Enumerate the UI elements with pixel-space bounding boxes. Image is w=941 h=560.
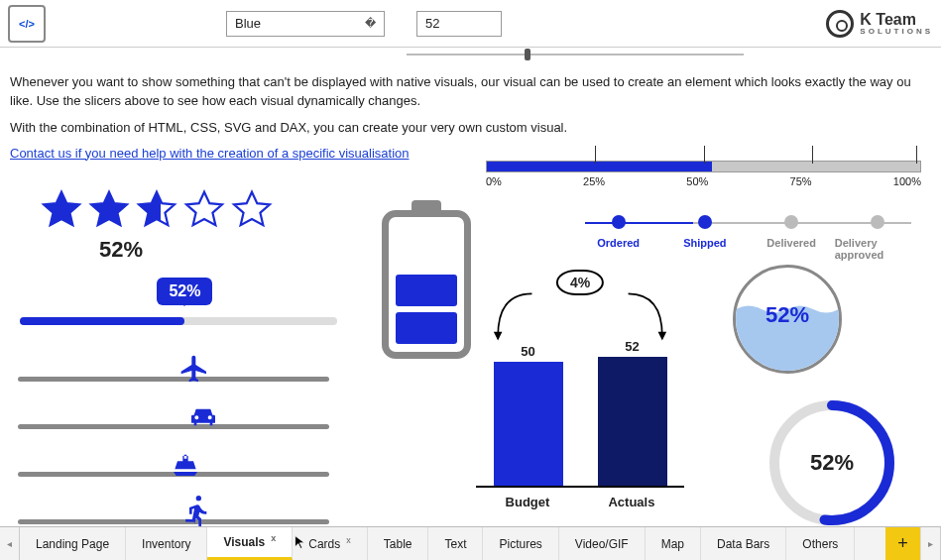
column-value: 52 bbox=[625, 339, 639, 354]
slider-car bbox=[10, 396, 337, 444]
slider-boat bbox=[10, 444, 337, 492]
slider-plane bbox=[10, 349, 337, 396]
intro-paragraph-1: Whenever you want to show something that… bbox=[10, 73, 931, 111]
value-input[interactable]: 52 bbox=[416, 11, 502, 37]
tab-label: Video/GIF bbox=[575, 537, 629, 551]
steps-visual: Ordered Shipped Delivered Delivery appro… bbox=[575, 215, 921, 261]
tick-label: 0% bbox=[486, 175, 502, 187]
column-chart-visual: 4% 50 52 BudgetActuals bbox=[476, 270, 684, 507]
star-icon bbox=[40, 188, 83, 235]
tab-label: Table bbox=[384, 537, 412, 551]
arc-progress-visual: 52% bbox=[763, 393, 901, 532]
tab-label: Inventory bbox=[142, 537, 190, 551]
water-fill-visual: 52% bbox=[733, 265, 842, 374]
logo-icon bbox=[826, 10, 854, 38]
logo-sub: SOLUTIONS bbox=[860, 28, 933, 36]
car-icon bbox=[184, 400, 222, 432]
sheet-tab[interactable]: Inventory bbox=[126, 527, 207, 560]
brand-logo: K Team SOLUTIONS bbox=[826, 10, 933, 38]
tick-label: 100% bbox=[893, 175, 921, 187]
arc-label: 52% bbox=[810, 450, 854, 476]
star-icon bbox=[182, 188, 226, 235]
chevron-down-icon: �︎ bbox=[365, 17, 376, 30]
step-node: Ordered bbox=[575, 215, 661, 261]
step-label: Shipped bbox=[683, 237, 726, 249]
sheet-tab[interactable]: Video/GIF bbox=[559, 527, 646, 560]
column-label: Budget bbox=[506, 495, 550, 509]
step-label: Ordered bbox=[597, 237, 640, 249]
icon-sliders-visual bbox=[10, 349, 337, 539]
star-rating-visual: 52% bbox=[40, 188, 274, 263]
star-pct-label: 52% bbox=[99, 237, 274, 263]
chart-column: 50 bbox=[494, 344, 563, 486]
step-dot-icon bbox=[784, 215, 798, 229]
star-icon bbox=[135, 188, 178, 235]
tick-label: 75% bbox=[790, 175, 812, 187]
step-dot-icon bbox=[612, 215, 626, 229]
app-icon bbox=[8, 5, 46, 43]
tab-label: Cards bbox=[308, 537, 340, 551]
step-label: Delivery approved bbox=[835, 237, 921, 261]
diff-bubble: 4% bbox=[556, 270, 604, 295]
run-icon bbox=[178, 496, 216, 527]
battery-visual bbox=[382, 200, 471, 359]
sheet-tab[interactable]: Data Bars bbox=[701, 527, 786, 560]
step-node: Shipped bbox=[661, 215, 748, 261]
value-slider[interactable] bbox=[407, 48, 744, 61]
sheet-tab-bar: ◂ Landing PageInventoryVisualsxCardsxTab… bbox=[0, 526, 941, 560]
tab-label: Pictures bbox=[499, 537, 541, 551]
add-tab-button[interactable]: + bbox=[885, 527, 921, 560]
tab-label: Landing Page bbox=[36, 537, 109, 551]
step-dot-icon bbox=[698, 215, 712, 229]
sheet-tab[interactable]: Text bbox=[428, 527, 483, 560]
column-value: 50 bbox=[521, 344, 534, 359]
bubble-progress-visual: 52% bbox=[20, 278, 337, 325]
mouse-cursor-icon bbox=[294, 534, 309, 550]
bubble-label: 52% bbox=[157, 278, 212, 305]
sheet-tab[interactable]: Pictures bbox=[483, 527, 558, 560]
percent-bar-visual: 0%25%50%75%100% bbox=[486, 161, 921, 187]
star-icon bbox=[230, 188, 274, 235]
logo-main: K Team bbox=[860, 12, 933, 28]
close-icon[interactable]: x bbox=[346, 535, 351, 545]
sheet-tab[interactable]: Visualsx bbox=[207, 527, 293, 560]
tab-label: Text bbox=[444, 537, 466, 551]
star-icon bbox=[87, 188, 131, 235]
color-dropdown[interactable]: Blue �︎ bbox=[226, 11, 385, 37]
sheet-tab[interactable]: Others bbox=[786, 527, 855, 560]
tick-label: 50% bbox=[686, 175, 708, 187]
water-label: 52% bbox=[733, 302, 842, 328]
close-icon[interactable]: x bbox=[271, 533, 276, 543]
contact-link[interactable]: Contact us if you need help with the cre… bbox=[10, 146, 410, 161]
dropdown-value: Blue bbox=[235, 16, 261, 31]
column-label: Actuals bbox=[608, 495, 654, 509]
tab-label: Map bbox=[661, 537, 684, 551]
sheet-tab[interactable]: Table bbox=[368, 527, 429, 560]
value-input-text: 52 bbox=[425, 16, 439, 31]
step-label: Delivered bbox=[766, 237, 816, 249]
step-dot-icon bbox=[871, 215, 884, 229]
tab-label: Visuals bbox=[223, 535, 265, 549]
tick-label: 25% bbox=[583, 175, 605, 187]
intro-paragraph-2: With the combination of HTML, CSS, SVG a… bbox=[10, 119, 931, 138]
tab-scroll-left[interactable]: ◂ bbox=[0, 527, 20, 560]
chart-column: 52 bbox=[598, 339, 667, 486]
tab-scroll-right[interactable]: ▸ bbox=[921, 527, 941, 560]
step-node: Delivered bbox=[749, 215, 835, 261]
sheet-tab[interactable]: Landing Page bbox=[20, 527, 126, 560]
plane-icon bbox=[176, 353, 213, 385]
sheet-tab[interactable]: Map bbox=[646, 527, 701, 560]
tab-label: Others bbox=[802, 537, 838, 551]
tab-label: Data Bars bbox=[717, 537, 769, 551]
boat-icon bbox=[167, 448, 204, 480]
step-node: Delivery approved bbox=[835, 215, 921, 261]
